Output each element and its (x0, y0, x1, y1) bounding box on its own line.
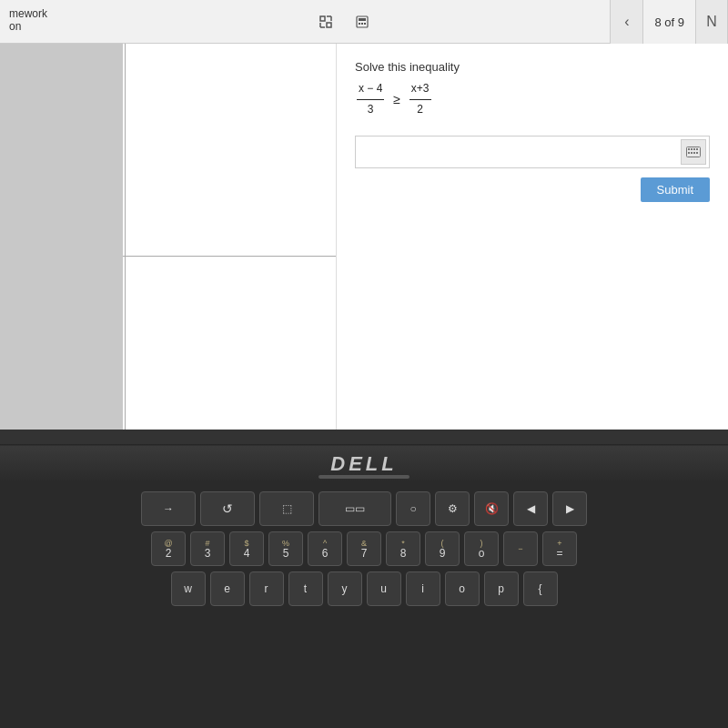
answer-input[interactable] (355, 136, 710, 168)
svg-rect-13 (691, 148, 693, 150)
title-line1: mework (9, 7, 47, 20)
key-p[interactable]: p (484, 571, 519, 606)
svg-rect-6 (357, 16, 368, 27)
numerator-right: x+3 (410, 79, 431, 100)
left-panel (0, 44, 337, 430)
key-percent[interactable]: %5 (268, 531, 303, 566)
problem-instruction: Solve this inequality (355, 60, 710, 74)
keyboard-area: → ↺ ⬚ ▭▭ ○ ⚙ 🔇 ◀ ▶ @2 #3 $4 %5 ^6 &7 *8 … (0, 482, 728, 728)
svg-rect-0 (320, 16, 325, 21)
key-lbrace[interactable]: { (523, 571, 558, 606)
svg-rect-10 (364, 23, 366, 25)
key-mute[interactable]: 🔇 (474, 491, 509, 526)
inequality-sign: ≥ (393, 88, 400, 111)
grid-line-horizontal (123, 256, 336, 257)
key-refresh[interactable]: ↺ (200, 491, 255, 526)
key-star[interactable]: *8 (386, 531, 420, 566)
svg-rect-7 (359, 18, 366, 21)
key-o[interactable]: o (445, 571, 480, 606)
svg-rect-15 (696, 148, 698, 150)
calculator-button[interactable] (346, 0, 379, 44)
svg-rect-16 (688, 152, 690, 154)
numerator-left: x − 4 (357, 79, 384, 100)
key-i[interactable]: i (406, 571, 440, 606)
key-at[interactable]: @2 (151, 531, 186, 566)
gray-sidebar-bar (0, 44, 123, 430)
grid-line-vertical (125, 44, 126, 430)
browser-content: Solve this inequality x − 4 3 ≥ x+3 2 (0, 44, 728, 430)
page-indicator: 8 of 9 (642, 0, 695, 44)
svg-rect-18 (693, 152, 695, 154)
key-minus[interactable]: − (503, 531, 538, 566)
key-caret[interactable]: ^6 (308, 531, 342, 566)
laptop-bezel: DELL (0, 446, 728, 482)
key-window[interactable]: ⬚ (259, 491, 314, 526)
key-amp[interactable]: &7 (347, 531, 381, 566)
svg-rect-14 (693, 148, 695, 150)
browser-bar: mework on ‹ 8 of 9 (0, 0, 728, 44)
key-lparen[interactable]: (9 (425, 531, 460, 566)
key-t[interactable]: t (288, 571, 323, 606)
svg-rect-9 (361, 23, 363, 25)
fraction-left: x − 4 3 (357, 79, 384, 119)
key-rparen[interactable]: )o (464, 531, 499, 566)
key-r[interactable]: r (249, 571, 284, 606)
key-y[interactable]: y (328, 571, 362, 606)
svg-rect-8 (359, 23, 360, 25)
trackpad-indicator (318, 475, 410, 479)
key-tab[interactable]: → (141, 491, 196, 526)
browser-title: mework on (9, 7, 47, 33)
key-fullscreen[interactable]: ▭▭ (318, 491, 391, 526)
submit-button[interactable]: Submit (641, 177, 710, 202)
svg-rect-17 (691, 152, 693, 154)
keyboard-row-1: @2 #3 $4 %5 ^6 &7 *8 (9 )o − += (14, 531, 714, 566)
nav-forward-button[interactable]: N (695, 0, 728, 44)
key-w[interactable]: w (171, 571, 206, 606)
answer-box (355, 136, 710, 168)
denominator-left: 3 (366, 100, 376, 120)
dell-logo: DELL (330, 452, 397, 476)
denominator-right: 2 (415, 100, 425, 120)
dell-logo-text: DELL (330, 452, 397, 476)
nav-buttons: ‹ 8 of 9 N (610, 0, 728, 44)
key-dollar[interactable]: $4 (229, 531, 264, 566)
title-line2: on (9, 20, 47, 33)
key-vol-up[interactable]: ▶ (552, 491, 587, 526)
fraction-right: x+3 2 (410, 79, 431, 119)
nav-back-button[interactable]: ‹ (610, 0, 642, 44)
laptop-screen: mework on ‹ 8 of 9 (0, 0, 728, 446)
key-hash[interactable]: #3 (190, 531, 225, 566)
key-u[interactable]: u (367, 571, 401, 606)
svg-rect-19 (696, 152, 698, 154)
svg-rect-1 (327, 23, 331, 27)
key-settings[interactable]: ⚙ (435, 491, 470, 526)
key-vol-down[interactable]: ◀ (513, 491, 548, 526)
right-panel: Solve this inequality x − 4 3 ≥ x+3 2 (337, 44, 728, 430)
key-circle[interactable]: ○ (396, 491, 430, 526)
svg-rect-12 (688, 148, 690, 150)
keyboard-row-0: → ↺ ⬚ ▭▭ ○ ⚙ 🔇 ◀ ▶ (14, 491, 714, 526)
expand-button[interactable] (309, 0, 342, 44)
keyboard-row-2: w e r t y u i o p { (14, 571, 714, 606)
math-keyboard-button[interactable] (681, 139, 706, 165)
graph-area (0, 44, 336, 430)
math-expression: x − 4 3 ≥ x+3 2 (355, 79, 710, 119)
key-plus[interactable]: += (542, 531, 577, 566)
key-e[interactable]: e (210, 571, 245, 606)
